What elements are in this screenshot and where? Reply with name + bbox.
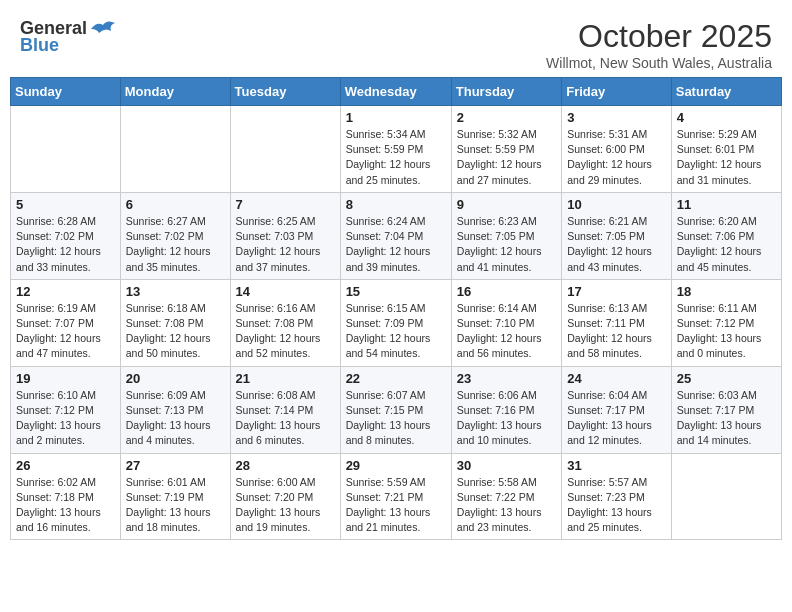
day-info-text: Sunrise: 6:02 AMSunset: 7:18 PMDaylight:… [16, 475, 115, 536]
calendar-cell: 5Sunrise: 6:28 AMSunset: 7:02 PMDaylight… [11, 192, 121, 279]
month-title: October 2025 [546, 18, 772, 55]
calendar-cell: 18Sunrise: 6:11 AMSunset: 7:12 PMDayligh… [671, 279, 781, 366]
calendar-cell: 29Sunrise: 5:59 AMSunset: 7:21 PMDayligh… [340, 453, 451, 540]
calendar-cell [11, 106, 121, 193]
day-info-text: Sunrise: 6:21 AMSunset: 7:05 PMDaylight:… [567, 214, 666, 275]
calendar-cell: 4Sunrise: 5:29 AMSunset: 6:01 PMDaylight… [671, 106, 781, 193]
calendar-cell: 14Sunrise: 6:16 AMSunset: 7:08 PMDayligh… [230, 279, 340, 366]
day-number: 26 [16, 458, 115, 473]
day-info-text: Sunrise: 6:23 AMSunset: 7:05 PMDaylight:… [457, 214, 556, 275]
calendar-cell [120, 106, 230, 193]
calendar-cell: 15Sunrise: 6:15 AMSunset: 7:09 PMDayligh… [340, 279, 451, 366]
weekday-header-saturday: Saturday [671, 78, 781, 106]
calendar-header-row: SundayMondayTuesdayWednesdayThursdayFrid… [11, 78, 782, 106]
calendar-cell: 17Sunrise: 6:13 AMSunset: 7:11 PMDayligh… [562, 279, 672, 366]
calendar-cell: 16Sunrise: 6:14 AMSunset: 7:10 PMDayligh… [451, 279, 561, 366]
calendar-cell: 10Sunrise: 6:21 AMSunset: 7:05 PMDayligh… [562, 192, 672, 279]
calendar-week-row: 1Sunrise: 5:34 AMSunset: 5:59 PMDaylight… [11, 106, 782, 193]
calendar-cell: 28Sunrise: 6:00 AMSunset: 7:20 PMDayligh… [230, 453, 340, 540]
title-area: October 2025 Willmot, New South Wales, A… [546, 18, 772, 71]
day-info-text: Sunrise: 6:16 AMSunset: 7:08 PMDaylight:… [236, 301, 335, 362]
day-number: 7 [236, 197, 335, 212]
calendar-cell [671, 453, 781, 540]
day-number: 19 [16, 371, 115, 386]
calendar-cell: 27Sunrise: 6:01 AMSunset: 7:19 PMDayligh… [120, 453, 230, 540]
day-info-text: Sunrise: 6:06 AMSunset: 7:16 PMDaylight:… [457, 388, 556, 449]
day-number: 31 [567, 458, 666, 473]
day-number: 23 [457, 371, 556, 386]
day-number: 4 [677, 110, 776, 125]
calendar-cell: 20Sunrise: 6:09 AMSunset: 7:13 PMDayligh… [120, 366, 230, 453]
calendar-cell: 8Sunrise: 6:24 AMSunset: 7:04 PMDaylight… [340, 192, 451, 279]
day-info-text: Sunrise: 6:00 AMSunset: 7:20 PMDaylight:… [236, 475, 335, 536]
calendar-cell: 12Sunrise: 6:19 AMSunset: 7:07 PMDayligh… [11, 279, 121, 366]
calendar-week-row: 26Sunrise: 6:02 AMSunset: 7:18 PMDayligh… [11, 453, 782, 540]
day-info-text: Sunrise: 6:15 AMSunset: 7:09 PMDaylight:… [346, 301, 446, 362]
weekday-header-tuesday: Tuesday [230, 78, 340, 106]
calendar-cell: 11Sunrise: 6:20 AMSunset: 7:06 PMDayligh… [671, 192, 781, 279]
day-number: 29 [346, 458, 446, 473]
day-info-text: Sunrise: 6:14 AMSunset: 7:10 PMDaylight:… [457, 301, 556, 362]
day-number: 12 [16, 284, 115, 299]
calendar-cell: 7Sunrise: 6:25 AMSunset: 7:03 PMDaylight… [230, 192, 340, 279]
calendar-cell [230, 106, 340, 193]
page-header: General Blue October 2025 Willmot, New S… [10, 10, 782, 77]
day-info-text: Sunrise: 6:20 AMSunset: 7:06 PMDaylight:… [677, 214, 776, 275]
day-number: 11 [677, 197, 776, 212]
weekday-header-sunday: Sunday [11, 78, 121, 106]
calendar-cell: 22Sunrise: 6:07 AMSunset: 7:15 PMDayligh… [340, 366, 451, 453]
day-number: 16 [457, 284, 556, 299]
day-info-text: Sunrise: 6:09 AMSunset: 7:13 PMDaylight:… [126, 388, 225, 449]
day-info-text: Sunrise: 6:28 AMSunset: 7:02 PMDaylight:… [16, 214, 115, 275]
day-info-text: Sunrise: 6:04 AMSunset: 7:17 PMDaylight:… [567, 388, 666, 449]
day-info-text: Sunrise: 5:34 AMSunset: 5:59 PMDaylight:… [346, 127, 446, 188]
location-text: Willmot, New South Wales, Australia [546, 55, 772, 71]
day-info-text: Sunrise: 6:01 AMSunset: 7:19 PMDaylight:… [126, 475, 225, 536]
calendar-cell: 26Sunrise: 6:02 AMSunset: 7:18 PMDayligh… [11, 453, 121, 540]
day-info-text: Sunrise: 5:59 AMSunset: 7:21 PMDaylight:… [346, 475, 446, 536]
calendar-cell: 24Sunrise: 6:04 AMSunset: 7:17 PMDayligh… [562, 366, 672, 453]
day-number: 13 [126, 284, 225, 299]
calendar-cell: 19Sunrise: 6:10 AMSunset: 7:12 PMDayligh… [11, 366, 121, 453]
day-number: 17 [567, 284, 666, 299]
day-number: 6 [126, 197, 225, 212]
logo-blue-text: Blue [20, 35, 59, 56]
calendar-cell: 3Sunrise: 5:31 AMSunset: 6:00 PMDaylight… [562, 106, 672, 193]
day-number: 5 [16, 197, 115, 212]
day-info-text: Sunrise: 5:29 AMSunset: 6:01 PMDaylight:… [677, 127, 776, 188]
day-info-text: Sunrise: 5:31 AMSunset: 6:00 PMDaylight:… [567, 127, 666, 188]
calendar-cell: 13Sunrise: 6:18 AMSunset: 7:08 PMDayligh… [120, 279, 230, 366]
day-info-text: Sunrise: 6:10 AMSunset: 7:12 PMDaylight:… [16, 388, 115, 449]
day-info-text: Sunrise: 6:19 AMSunset: 7:07 PMDaylight:… [16, 301, 115, 362]
day-number: 8 [346, 197, 446, 212]
calendar-cell: 31Sunrise: 5:57 AMSunset: 7:23 PMDayligh… [562, 453, 672, 540]
weekday-header-friday: Friday [562, 78, 672, 106]
calendar-cell: 6Sunrise: 6:27 AMSunset: 7:02 PMDaylight… [120, 192, 230, 279]
day-number: 1 [346, 110, 446, 125]
day-info-text: Sunrise: 6:25 AMSunset: 7:03 PMDaylight:… [236, 214, 335, 275]
day-info-text: Sunrise: 6:11 AMSunset: 7:12 PMDaylight:… [677, 301, 776, 362]
day-info-text: Sunrise: 5:57 AMSunset: 7:23 PMDaylight:… [567, 475, 666, 536]
day-number: 10 [567, 197, 666, 212]
day-number: 9 [457, 197, 556, 212]
day-number: 27 [126, 458, 225, 473]
day-number: 30 [457, 458, 556, 473]
day-info-text: Sunrise: 6:13 AMSunset: 7:11 PMDaylight:… [567, 301, 666, 362]
day-number: 3 [567, 110, 666, 125]
calendar-cell: 2Sunrise: 5:32 AMSunset: 5:59 PMDaylight… [451, 106, 561, 193]
day-number: 15 [346, 284, 446, 299]
day-number: 22 [346, 371, 446, 386]
calendar-week-row: 19Sunrise: 6:10 AMSunset: 7:12 PMDayligh… [11, 366, 782, 453]
calendar-cell: 23Sunrise: 6:06 AMSunset: 7:16 PMDayligh… [451, 366, 561, 453]
day-number: 21 [236, 371, 335, 386]
day-info-text: Sunrise: 5:32 AMSunset: 5:59 PMDaylight:… [457, 127, 556, 188]
weekday-header-monday: Monday [120, 78, 230, 106]
day-info-text: Sunrise: 6:08 AMSunset: 7:14 PMDaylight:… [236, 388, 335, 449]
day-number: 2 [457, 110, 556, 125]
day-info-text: Sunrise: 6:03 AMSunset: 7:17 PMDaylight:… [677, 388, 776, 449]
calendar-cell: 9Sunrise: 6:23 AMSunset: 7:05 PMDaylight… [451, 192, 561, 279]
calendar-table: SundayMondayTuesdayWednesdayThursdayFrid… [10, 77, 782, 540]
calendar-cell: 1Sunrise: 5:34 AMSunset: 5:59 PMDaylight… [340, 106, 451, 193]
day-number: 28 [236, 458, 335, 473]
logo: General Blue [20, 18, 117, 56]
